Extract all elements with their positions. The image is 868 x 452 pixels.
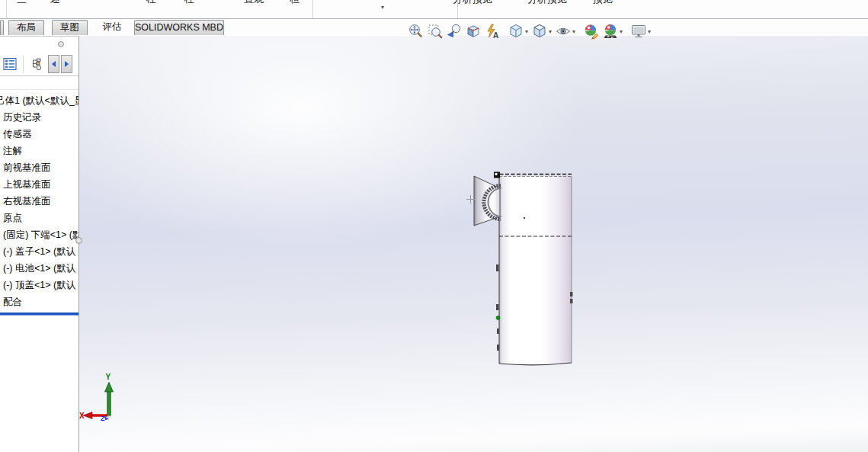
tree-root-assembly[interactable]: 己体1 (默认<默认_显 (0, 92, 78, 109)
tree-item-component-battery[interactable]: (-) 电池<1> (默认 (0, 260, 78, 277)
toolbar-separator (6, 0, 7, 18)
panel-scroll-left-button[interactable] (48, 55, 59, 73)
panel-tab-bar (0, 53, 78, 76)
chevron-down-icon[interactable]: ▾ (381, 4, 384, 11)
feature-manager-tree-icon[interactable] (0, 54, 20, 74)
feature-tree: 己体1 (默认<默认_显 历史记录 传感器 注解 前视基准面 上视基准面 右视基… (0, 90, 78, 315)
display-style-icon[interactable] (530, 22, 549, 40)
tree-item-top-plane[interactable]: 上视基准面 (0, 176, 78, 193)
zoom-to-fit-icon[interactable] (406, 22, 425, 40)
tab-partial[interactable] (0, 20, 4, 35)
toolbar-label-fragment: 分析预览 (453, 0, 492, 6)
tree-item-component-cover[interactable]: (-) 盖子<1> (默认 (0, 243, 78, 260)
toolbar-label-fragment: 柱 (146, 0, 156, 6)
tree-item-origin[interactable]: 原点 (0, 210, 78, 226)
arrow-left-icon (52, 61, 56, 67)
panel-tab-separator (23, 56, 24, 72)
tree-item-front-plane[interactable]: 前视基准面 (0, 159, 78, 176)
view-settings-icon[interactable] (629, 22, 648, 40)
configuration-manager-icon[interactable] (27, 54, 46, 74)
heads-up-view-toolbar: A ▾ ▾ ▾ ▾ ▾ (406, 22, 652, 40)
toolbar-label-fragment: 预览 (593, 0, 613, 6)
toolbar-separator (457, 0, 458, 18)
display-style-caret-icon[interactable]: ▾ (549, 28, 552, 35)
tab-sketch[interactable]: 草图 (52, 20, 88, 35)
tree-item-history[interactable]: 历史记录 (0, 109, 78, 126)
edit-appearance-icon[interactable] (581, 22, 601, 40)
tab-evaluate[interactable]: 评估 (92, 20, 132, 35)
view-orientation-icon[interactable] (506, 22, 525, 40)
hide-show-items-icon[interactable] (553, 22, 572, 40)
arrow-right-icon (65, 61, 69, 67)
tab-layout[interactable]: 布局 (8, 20, 44, 35)
rollback-bar[interactable] (0, 313, 78, 315)
toolbar-label-fragment: 直观 (244, 0, 264, 6)
tree-item-mates[interactable]: 配合 (0, 293, 78, 310)
tree-item-sensors[interactable]: 传感器 (0, 126, 78, 143)
tree-item-annotations[interactable]: 注解 (0, 143, 78, 159)
previous-view-icon[interactable] (444, 22, 463, 40)
toolbar-label-fragment: 迷 (50, 0, 60, 6)
panel-header (0, 37, 78, 53)
toolbar-label-fragment: 柱 (184, 0, 194, 6)
command-toolbar-cropped[interactable]: 三 迷 柱 柱 直观 桓 分析预览 分析预览 预览 ▾ (0, 0, 868, 19)
feature-manager-panel: 己体1 (默认<默认_显 历史记录 传感器 注解 前视基准面 上视基准面 右视基… (0, 36, 79, 452)
view-orientation-caret-icon[interactable]: ▾ (525, 28, 528, 35)
view-settings-caret-icon[interactable]: ▾ (648, 28, 651, 35)
zoom-to-area-icon[interactable] (425, 22, 444, 40)
panel-pin-handle[interactable] (58, 41, 64, 47)
section-view-icon[interactable] (463, 22, 482, 40)
tree-item-right-plane[interactable]: 右视基准面 (0, 193, 78, 210)
graphics-viewport[interactable] (79, 36, 868, 452)
panel-scroll-right-button[interactable] (61, 55, 72, 73)
tree-item-component-topcap[interactable]: (-) 顶盖<1> (默认 (0, 277, 78, 293)
toolbar-label-fragment: 分析预览 (527, 0, 567, 6)
toolbar-separator (312, 0, 313, 18)
solidworks-window: 三 迷 柱 柱 直观 桓 分析预览 分析预览 预览 ▾ 布局 草图 评估 SOL… (0, 0, 868, 452)
svg-text:A: A (493, 31, 498, 40)
apply-scene-caret-icon[interactable]: ▾ (620, 28, 623, 35)
toolbar-label-fragment: 桓 (290, 0, 299, 6)
panel-filter-strip (0, 76, 78, 90)
tree-item-component-lower[interactable]: (固定) 下端<1> (默 (0, 226, 78, 243)
hide-show-items-caret-icon[interactable]: ▾ (572, 28, 575, 35)
toolbar-label-fragment: 三 (17, 0, 27, 6)
apply-scene-icon[interactable] (601, 22, 620, 40)
tab-solidworks-mbd[interactable]: SOLIDWORKS MBD (134, 20, 224, 35)
dynamic-annotation-views-icon[interactable]: A (482, 22, 501, 40)
panel-splitter-handle[interactable] (75, 237, 82, 244)
